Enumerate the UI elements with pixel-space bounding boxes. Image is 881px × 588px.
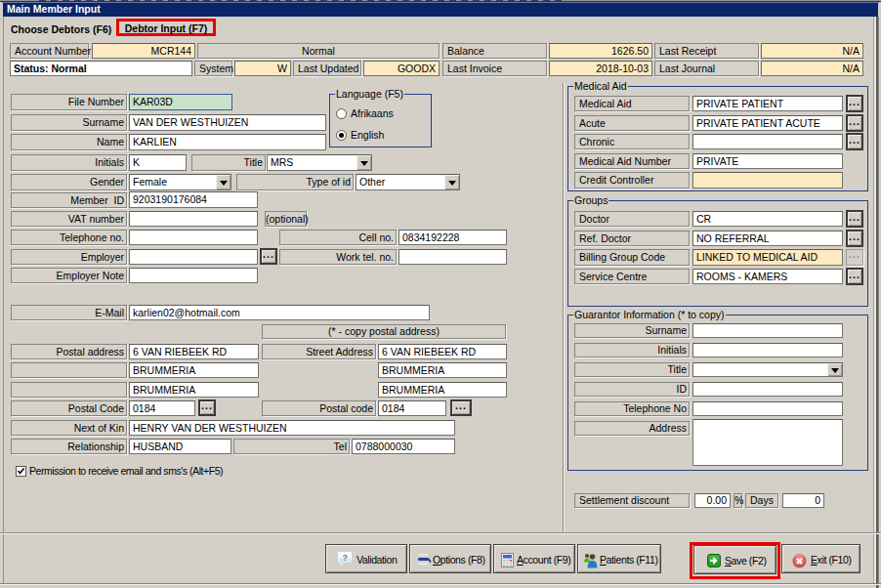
svg-text:?: ? [342,553,347,563]
